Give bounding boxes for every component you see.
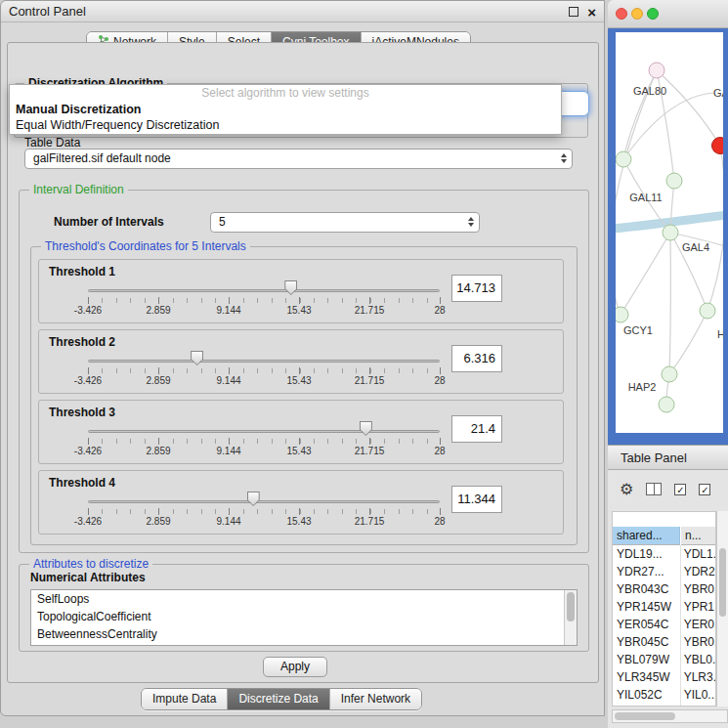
table-data-combobox[interactable]: galFiltered.sif default node: [24, 149, 573, 169]
tab-infer-network[interactable]: Infer Network: [330, 689, 421, 709]
scrollbar-thumb[interactable]: [567, 592, 575, 621]
table-row[interactable]: YIL052CYIL0...: [613, 686, 715, 704]
table-cell[interactable]: YBL0...: [680, 651, 715, 668]
columns-icon[interactable]: [646, 483, 662, 495]
threshold-panel-4: Threshold 4-3.4262.8599.14415.4321.71528…: [38, 470, 564, 535]
column-header-name[interactable]: n...: [681, 527, 716, 545]
tick-label: 15.43: [286, 446, 311, 456]
slider-thumb[interactable]: [360, 421, 372, 436]
list-scrollbar[interactable]: [564, 590, 577, 645]
threshold-value-field[interactable]: 21.4: [451, 415, 502, 443]
tick-label: 9.144: [216, 375, 240, 386]
scrollbar-thumb[interactable]: [719, 548, 726, 617]
network-node[interactable]: [666, 173, 682, 189]
table-row[interactable]: YBL079WYBL0...: [613, 651, 715, 668]
slider-track[interactable]: [88, 360, 440, 363]
vertical-scrollbar[interactable]: [716, 511, 728, 707]
slider-thumb[interactable]: [191, 351, 203, 365]
node-label: GCY1: [623, 324, 653, 336]
slider-track[interactable]: [88, 430, 440, 433]
table-cell[interactable]: YBR0...: [680, 633, 715, 651]
checkbox-icon[interactable]: ✓: [674, 484, 686, 495]
table-row[interactable]: YBR045CYBR0...: [613, 633, 715, 651]
table-row[interactable]: YER054CYER0...: [613, 616, 715, 633]
gear-icon[interactable]: ⚙: [620, 482, 633, 497]
node-label: GAL4: [682, 241, 709, 253]
threshold-label: Threshold 1: [49, 265, 115, 278]
table-cell[interactable]: YBR045C: [613, 633, 680, 651]
checkbox-icon[interactable]: ✓: [699, 484, 710, 495]
network-node[interactable]: [659, 397, 674, 412]
table-cell[interactable]: YBR043C: [613, 580, 680, 598]
slider-minor-ticks: [88, 298, 441, 303]
table-row[interactable]: YDR27...YDR2...: [613, 563, 715, 580]
table-cell[interactable]: YPR1...: [680, 598, 715, 616]
list-item[interactable]: SelfLoops: [31, 590, 577, 608]
slider-thumb[interactable]: [284, 280, 297, 295]
close-icon[interactable]: ×: [587, 2, 596, 23]
threshold-value-field[interactable]: 6.316: [451, 345, 502, 372]
network-node[interactable]: [663, 225, 678, 240]
table-cell[interactable]: YBR0...: [680, 580, 715, 598]
table-row[interactable]: YPR145WYPR1...: [613, 598, 715, 616]
tick-label: 21.715: [355, 516, 385, 527]
tab-discretize-data[interactable]: Discretize Data: [228, 689, 329, 709]
table-row[interactable]: YBR043CYBR0...: [613, 580, 715, 598]
network-graph[interactable]: GAL80GAL11GAL4GCY1HAP2GA...H...: [616, 32, 723, 433]
horizontal-scrollbar[interactable]: [612, 709, 728, 723]
combo-stepper-icon: [468, 217, 474, 227]
threshold-label: Threshold 3: [49, 406, 115, 419]
table-cell[interactable]: YER054C: [613, 616, 680, 633]
tick-label: 15.43: [286, 305, 311, 316]
table-cell[interactable]: YDL19...: [613, 545, 680, 563]
combo-stepper-icon: [561, 153, 567, 163]
list-item[interactable]: TopologicalCoefficient: [31, 608, 577, 625]
tick-label: -3.426: [74, 375, 102, 386]
table-cell[interactable]: YDR27...: [613, 563, 680, 580]
tick-label: -3.426: [74, 516, 102, 527]
restore-icon[interactable]: [569, 7, 578, 17]
table-cell[interactable]: YBL079W: [613, 651, 680, 668]
zoom-traffic-light-icon[interactable]: [647, 8, 659, 20]
network-node[interactable]: [712, 138, 724, 154]
attributes-section-title: Attributes to discretize: [29, 557, 152, 571]
slider-thumb[interactable]: [247, 492, 260, 506]
node-label: GAL11: [629, 192, 662, 203]
tab-impute-data[interactable]: Impute Data: [142, 689, 228, 709]
network-canvas[interactable]: GAL80GAL11GAL4GCY1HAP2GA...H...: [616, 32, 723, 433]
intervals-combobox[interactable]: 5: [210, 212, 480, 233]
network-node[interactable]: [700, 303, 715, 319]
tick-label: -3.426: [74, 305, 102, 316]
minimize-traffic-light-icon[interactable]: [631, 8, 643, 20]
interval-definition-title: Interval Definition: [29, 183, 128, 196]
table-row[interactable]: YDL19...YDL1...: [613, 545, 715, 563]
table-cell[interactable]: YIL0...: [680, 686, 715, 704]
network-node[interactable]: [649, 63, 664, 78]
threshold-panel-1: Threshold 1-3.4262.8599.14415.4321.71528…: [38, 259, 564, 323]
table-cell[interactable]: YER0...: [680, 616, 715, 633]
table-cell[interactable]: YLR345W: [613, 668, 680, 686]
table-cell[interactable]: YLR3...: [680, 668, 715, 686]
popup-option-manual-discretization[interactable]: Manual Discretization: [10, 102, 561, 117]
scrollbar-thumb[interactable]: [615, 712, 675, 720]
slider-track[interactable]: [88, 289, 440, 292]
list-item[interactable]: BetweennessCentrality: [31, 625, 577, 643]
close-traffic-light-icon[interactable]: [616, 8, 627, 20]
table-row[interactable]: YLR345WYLR3...: [613, 668, 715, 686]
apply-button[interactable]: Apply: [263, 657, 327, 677]
table-cell[interactable]: YDL1...: [680, 545, 715, 563]
table-cell[interactable]: YDR2...: [680, 563, 715, 580]
table-cell[interactable]: YPR145W: [613, 598, 680, 616]
network-node[interactable]: [662, 366, 677, 382]
popup-option-equal-width-frequency[interactable]: Equal Width/Frequency Discretization: [10, 117, 561, 133]
threshold-value-field[interactable]: 11.344: [451, 486, 502, 513]
tick-label: -3.426: [74, 446, 102, 456]
network-node[interactable]: [616, 307, 628, 322]
popup-placeholder: Select algorithm to view settings: [10, 85, 561, 102]
table-cell[interactable]: YIL052C: [613, 686, 680, 704]
threshold-value-field[interactable]: 14.713: [451, 275, 502, 302]
network-node[interactable]: [616, 151, 631, 167]
slider-track[interactable]: [88, 500, 440, 503]
column-header-shared-name[interactable]: shared...: [613, 527, 680, 545]
control-panel-window: Control Panel × NetworkStyleSelectCyni T…: [0, 0, 605, 716]
